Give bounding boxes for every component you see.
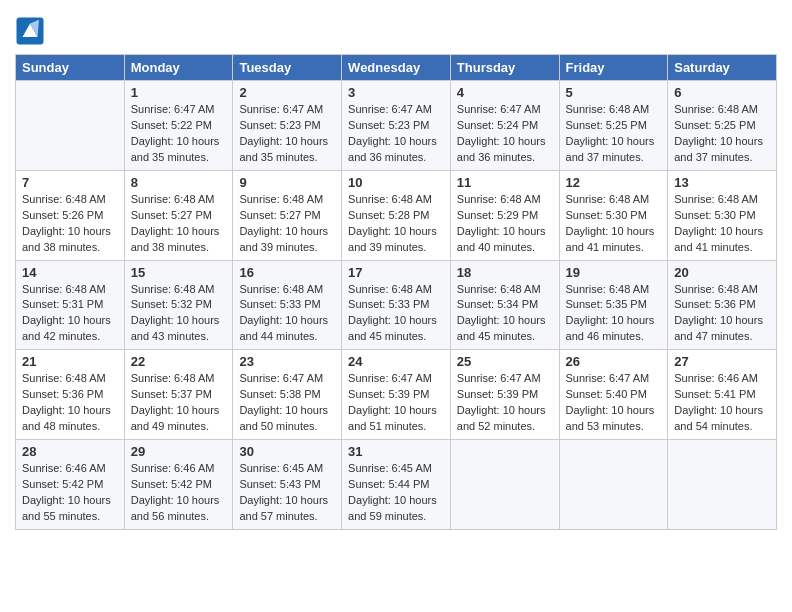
calendar-cell: 15Sunrise: 6:48 AM Sunset: 5:32 PM Dayli… [124, 260, 233, 350]
day-number: 7 [22, 175, 118, 190]
day-info: Sunrise: 6:48 AM Sunset: 5:25 PM Dayligh… [566, 102, 662, 166]
day-info: Sunrise: 6:47 AM Sunset: 5:22 PM Dayligh… [131, 102, 227, 166]
page-header [15, 10, 777, 46]
day-info: Sunrise: 6:47 AM Sunset: 5:38 PM Dayligh… [239, 371, 335, 435]
calendar-cell: 14Sunrise: 6:48 AM Sunset: 5:31 PM Dayli… [16, 260, 125, 350]
day-info: Sunrise: 6:47 AM Sunset: 5:24 PM Dayligh… [457, 102, 553, 166]
day-number: 19 [566, 265, 662, 280]
day-info: Sunrise: 6:47 AM Sunset: 5:23 PM Dayligh… [348, 102, 444, 166]
day-number: 24 [348, 354, 444, 369]
day-number: 21 [22, 354, 118, 369]
day-number: 27 [674, 354, 770, 369]
day-number: 18 [457, 265, 553, 280]
header-friday: Friday [559, 55, 668, 81]
calendar-week-row: 7Sunrise: 6:48 AM Sunset: 5:26 PM Daylig… [16, 170, 777, 260]
day-info: Sunrise: 6:47 AM Sunset: 5:39 PM Dayligh… [348, 371, 444, 435]
calendar-cell: 4Sunrise: 6:47 AM Sunset: 5:24 PM Daylig… [450, 81, 559, 171]
calendar-week-row: 28Sunrise: 6:46 AM Sunset: 5:42 PM Dayli… [16, 440, 777, 530]
calendar-cell: 29Sunrise: 6:46 AM Sunset: 5:42 PM Dayli… [124, 440, 233, 530]
day-info: Sunrise: 6:46 AM Sunset: 5:41 PM Dayligh… [674, 371, 770, 435]
day-info: Sunrise: 6:47 AM Sunset: 5:39 PM Dayligh… [457, 371, 553, 435]
day-info: Sunrise: 6:48 AM Sunset: 5:32 PM Dayligh… [131, 282, 227, 346]
day-info: Sunrise: 6:48 AM Sunset: 5:30 PM Dayligh… [674, 192, 770, 256]
day-info: Sunrise: 6:48 AM Sunset: 5:26 PM Dayligh… [22, 192, 118, 256]
calendar-cell: 19Sunrise: 6:48 AM Sunset: 5:35 PM Dayli… [559, 260, 668, 350]
day-info: Sunrise: 6:45 AM Sunset: 5:43 PM Dayligh… [239, 461, 335, 525]
day-number: 14 [22, 265, 118, 280]
day-number: 17 [348, 265, 444, 280]
calendar-cell [559, 440, 668, 530]
day-number: 30 [239, 444, 335, 459]
day-info: Sunrise: 6:48 AM Sunset: 5:37 PM Dayligh… [131, 371, 227, 435]
day-info: Sunrise: 6:48 AM Sunset: 5:30 PM Dayligh… [566, 192, 662, 256]
calendar-cell: 25Sunrise: 6:47 AM Sunset: 5:39 PM Dayli… [450, 350, 559, 440]
calendar-cell: 12Sunrise: 6:48 AM Sunset: 5:30 PM Dayli… [559, 170, 668, 260]
header-tuesday: Tuesday [233, 55, 342, 81]
calendar-header-row: SundayMondayTuesdayWednesdayThursdayFrid… [16, 55, 777, 81]
day-info: Sunrise: 6:48 AM Sunset: 5:34 PM Dayligh… [457, 282, 553, 346]
calendar-week-row: 14Sunrise: 6:48 AM Sunset: 5:31 PM Dayli… [16, 260, 777, 350]
day-number: 15 [131, 265, 227, 280]
day-number: 6 [674, 85, 770, 100]
calendar-cell: 2Sunrise: 6:47 AM Sunset: 5:23 PM Daylig… [233, 81, 342, 171]
day-info: Sunrise: 6:45 AM Sunset: 5:44 PM Dayligh… [348, 461, 444, 525]
header-thursday: Thursday [450, 55, 559, 81]
calendar-cell: 17Sunrise: 6:48 AM Sunset: 5:33 PM Dayli… [342, 260, 451, 350]
day-number: 25 [457, 354, 553, 369]
calendar-cell: 3Sunrise: 6:47 AM Sunset: 5:23 PM Daylig… [342, 81, 451, 171]
day-info: Sunrise: 6:46 AM Sunset: 5:42 PM Dayligh… [131, 461, 227, 525]
calendar-table: SundayMondayTuesdayWednesdayThursdayFrid… [15, 54, 777, 530]
calendar-cell: 31Sunrise: 6:45 AM Sunset: 5:44 PM Dayli… [342, 440, 451, 530]
calendar-cell: 7Sunrise: 6:48 AM Sunset: 5:26 PM Daylig… [16, 170, 125, 260]
day-number: 12 [566, 175, 662, 190]
day-info: Sunrise: 6:48 AM Sunset: 5:33 PM Dayligh… [348, 282, 444, 346]
day-info: Sunrise: 6:48 AM Sunset: 5:28 PM Dayligh… [348, 192, 444, 256]
calendar-cell: 28Sunrise: 6:46 AM Sunset: 5:42 PM Dayli… [16, 440, 125, 530]
day-number: 2 [239, 85, 335, 100]
calendar-cell: 1Sunrise: 6:47 AM Sunset: 5:22 PM Daylig… [124, 81, 233, 171]
calendar-cell: 8Sunrise: 6:48 AM Sunset: 5:27 PM Daylig… [124, 170, 233, 260]
calendar-cell: 20Sunrise: 6:48 AM Sunset: 5:36 PM Dayli… [668, 260, 777, 350]
calendar-cell: 24Sunrise: 6:47 AM Sunset: 5:39 PM Dayli… [342, 350, 451, 440]
calendar-cell [668, 440, 777, 530]
calendar-week-row: 21Sunrise: 6:48 AM Sunset: 5:36 PM Dayli… [16, 350, 777, 440]
day-number: 28 [22, 444, 118, 459]
day-info: Sunrise: 6:48 AM Sunset: 5:27 PM Dayligh… [131, 192, 227, 256]
day-info: Sunrise: 6:48 AM Sunset: 5:33 PM Dayligh… [239, 282, 335, 346]
day-info: Sunrise: 6:48 AM Sunset: 5:35 PM Dayligh… [566, 282, 662, 346]
day-info: Sunrise: 6:48 AM Sunset: 5:25 PM Dayligh… [674, 102, 770, 166]
day-number: 29 [131, 444, 227, 459]
header-monday: Monday [124, 55, 233, 81]
logo-icon [15, 16, 45, 46]
day-number: 3 [348, 85, 444, 100]
calendar-cell: 21Sunrise: 6:48 AM Sunset: 5:36 PM Dayli… [16, 350, 125, 440]
day-info: Sunrise: 6:46 AM Sunset: 5:42 PM Dayligh… [22, 461, 118, 525]
calendar-cell: 5Sunrise: 6:48 AM Sunset: 5:25 PM Daylig… [559, 81, 668, 171]
day-number: 31 [348, 444, 444, 459]
calendar-cell [16, 81, 125, 171]
day-number: 9 [239, 175, 335, 190]
day-number: 1 [131, 85, 227, 100]
calendar-cell: 11Sunrise: 6:48 AM Sunset: 5:29 PM Dayli… [450, 170, 559, 260]
day-number: 26 [566, 354, 662, 369]
day-info: Sunrise: 6:48 AM Sunset: 5:36 PM Dayligh… [674, 282, 770, 346]
day-info: Sunrise: 6:48 AM Sunset: 5:31 PM Dayligh… [22, 282, 118, 346]
header-sunday: Sunday [16, 55, 125, 81]
calendar-week-row: 1Sunrise: 6:47 AM Sunset: 5:22 PM Daylig… [16, 81, 777, 171]
day-info: Sunrise: 6:47 AM Sunset: 5:23 PM Dayligh… [239, 102, 335, 166]
day-number: 10 [348, 175, 444, 190]
day-info: Sunrise: 6:48 AM Sunset: 5:29 PM Dayligh… [457, 192, 553, 256]
day-number: 22 [131, 354, 227, 369]
day-number: 20 [674, 265, 770, 280]
header-wednesday: Wednesday [342, 55, 451, 81]
day-info: Sunrise: 6:48 AM Sunset: 5:36 PM Dayligh… [22, 371, 118, 435]
day-number: 16 [239, 265, 335, 280]
calendar-cell: 18Sunrise: 6:48 AM Sunset: 5:34 PM Dayli… [450, 260, 559, 350]
day-info: Sunrise: 6:47 AM Sunset: 5:40 PM Dayligh… [566, 371, 662, 435]
day-number: 13 [674, 175, 770, 190]
day-info: Sunrise: 6:48 AM Sunset: 5:27 PM Dayligh… [239, 192, 335, 256]
calendar-cell: 27Sunrise: 6:46 AM Sunset: 5:41 PM Dayli… [668, 350, 777, 440]
day-number: 4 [457, 85, 553, 100]
calendar-cell: 22Sunrise: 6:48 AM Sunset: 5:37 PM Dayli… [124, 350, 233, 440]
calendar-cell: 30Sunrise: 6:45 AM Sunset: 5:43 PM Dayli… [233, 440, 342, 530]
